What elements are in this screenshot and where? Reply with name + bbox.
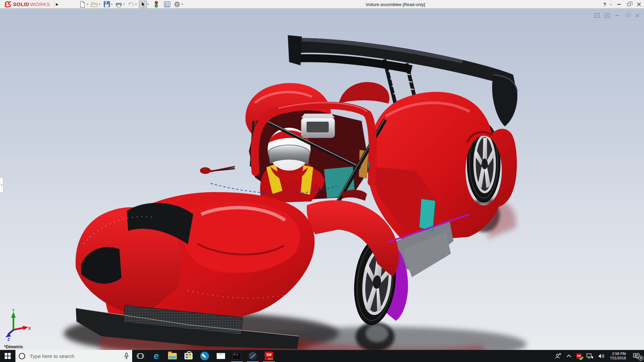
chevron-up-icon xyxy=(566,354,572,358)
close-icon xyxy=(637,2,641,6)
file-explorer-icon xyxy=(168,353,177,359)
restore-icon xyxy=(627,3,631,6)
help-button[interactable]: ? xyxy=(600,0,610,9)
triad-x-label: X xyxy=(28,326,31,331)
tray-volume[interactable] xyxy=(596,350,607,362)
command-prompt-icon: C:\ xyxy=(232,352,241,360)
quick-access-toolbar: ▾ ▾ ▾ xyxy=(78,1,185,8)
print-button[interactable] xyxy=(115,1,123,8)
car-3d-model[interactable] xyxy=(0,9,644,350)
close-child-button[interactable] xyxy=(634,12,641,18)
graphics-viewport[interactable]: Y X Z *Dimetric xyxy=(0,9,644,350)
microsoft-store-icon xyxy=(184,353,193,359)
taskbar-task-view[interactable] xyxy=(132,350,148,362)
taskbar-file-explorer[interactable] xyxy=(164,350,180,362)
taskbar-store[interactable] xyxy=(180,350,197,362)
cortana-icon xyxy=(19,353,25,359)
volume-icon xyxy=(598,353,605,359)
pane-right-icon xyxy=(604,13,610,18)
print-dropdown[interactable]: ▾ xyxy=(123,3,124,6)
network-icon xyxy=(586,353,593,359)
display-pane-button[interactable] xyxy=(163,1,171,8)
sw-letters: SW xyxy=(266,353,272,357)
taskbar-settings-tool[interactable] xyxy=(197,350,213,362)
save-floppy-icon xyxy=(104,1,110,7)
traffic-light-icon xyxy=(154,1,158,8)
undo-icon xyxy=(127,1,134,7)
start-button[interactable] xyxy=(0,350,15,362)
side-mirror-left[interactable] xyxy=(200,167,211,174)
minimize-child-button[interactable] xyxy=(614,12,621,18)
options-button[interactable] xyxy=(173,1,181,8)
feature-panel-tab[interactable] xyxy=(0,177,3,193)
help-dropdown[interactable]: ▾ xyxy=(610,3,611,6)
tray-network[interactable] xyxy=(584,350,596,362)
minimize-icon xyxy=(617,4,621,5)
orientation-triad: Y X Z xyxy=(3,309,32,343)
open-folder-icon xyxy=(91,1,98,7)
save-button[interactable] xyxy=(103,1,111,8)
taskbar-edge[interactable]: e xyxy=(148,350,164,362)
restore-child-icon xyxy=(626,14,629,17)
taskbar-clock[interactable]: 2:58 PM7/11/2018 xyxy=(607,350,629,362)
undo-button[interactable] xyxy=(127,1,135,8)
solidworks-2017-icon: SW2017 xyxy=(265,352,273,360)
new-document-icon xyxy=(79,1,86,8)
system-tray: SW 2:58 PM7/11/2018 xyxy=(552,350,644,362)
rebuild-button[interactable] xyxy=(152,1,160,8)
taskbar-hexagon-tool[interactable] xyxy=(245,350,261,362)
close-child-icon xyxy=(636,14,639,17)
select-dropdown[interactable]: ▾ xyxy=(147,3,149,6)
car-body[interactable] xyxy=(75,82,517,349)
taskbar-apps: e C:\ SW2017 xyxy=(132,350,277,362)
sw-year: 2017 xyxy=(268,358,273,360)
action-center-button[interactable]: 2 xyxy=(629,350,644,362)
tray-time: 2:58 PM xyxy=(610,352,626,356)
new-document-button[interactable] xyxy=(78,1,87,8)
restore-child-button[interactable] xyxy=(624,12,631,18)
taskbar-mail[interactable] xyxy=(213,350,229,362)
print-icon xyxy=(115,1,122,7)
people-icon xyxy=(555,353,561,359)
chrome-intake[interactable] xyxy=(301,114,335,138)
document-title: Voiture assomblee [Read-only] xyxy=(366,2,425,7)
windows-logo-icon xyxy=(5,353,11,359)
open-dropdown[interactable]: ▾ xyxy=(99,3,100,6)
microphone-icon xyxy=(124,353,129,359)
side-mirror-right[interactable] xyxy=(341,190,367,201)
brand-works: WORKS xyxy=(30,1,50,7)
toolbar-flyout-arrow[interactable]: ▶ xyxy=(55,2,61,6)
taskbar-search[interactable]: Type here to search xyxy=(15,350,132,362)
select-tool-button[interactable] xyxy=(139,1,147,8)
pane-left-icon xyxy=(594,13,600,18)
undo-dropdown[interactable]: ▾ xyxy=(135,3,137,6)
triad-y-label: Y xyxy=(12,309,15,313)
window-controls: ? ▾ xyxy=(600,0,644,9)
tray-solidworks-status[interactable]: SW xyxy=(574,350,584,362)
search-placeholder: Type here to search xyxy=(30,353,124,359)
minimize-button[interactable] xyxy=(614,0,624,9)
titlebar: SOLIDWORKS ▶ ▾ ▾ xyxy=(0,0,644,9)
tray-chevron[interactable] xyxy=(564,350,574,362)
new-document-dropdown[interactable]: ▾ xyxy=(87,3,88,6)
options-dropdown[interactable]: ▾ xyxy=(181,3,183,6)
collapse-pane-right-button[interactable] xyxy=(604,12,610,18)
open-button[interactable] xyxy=(91,1,99,8)
collapse-pane-left-button[interactable] xyxy=(594,12,600,18)
tray-date: 7/11/2018 xyxy=(610,356,626,360)
select-cursor-icon xyxy=(141,1,146,7)
display-pane-icon xyxy=(164,1,170,7)
brand-solid: SOLID xyxy=(13,1,29,7)
triad-z-label: Z xyxy=(7,337,10,341)
green-check-icon xyxy=(579,357,583,360)
solidworks-logo: SOLIDWORKS xyxy=(0,0,52,9)
minimize-child-icon xyxy=(615,15,619,16)
restore-button[interactable] xyxy=(624,0,634,9)
close-button[interactable] xyxy=(634,0,644,9)
save-dropdown[interactable]: ▾ xyxy=(111,3,112,6)
screen: SOLIDWORKS ▶ ▾ ▾ xyxy=(0,0,644,362)
taskbar-solidworks-2017[interactable]: SW2017 xyxy=(261,350,277,362)
tray-people[interactable] xyxy=(552,350,564,362)
wrench-circle-icon xyxy=(200,352,209,360)
taskbar-command-prompt[interactable]: C:\ xyxy=(229,350,245,362)
